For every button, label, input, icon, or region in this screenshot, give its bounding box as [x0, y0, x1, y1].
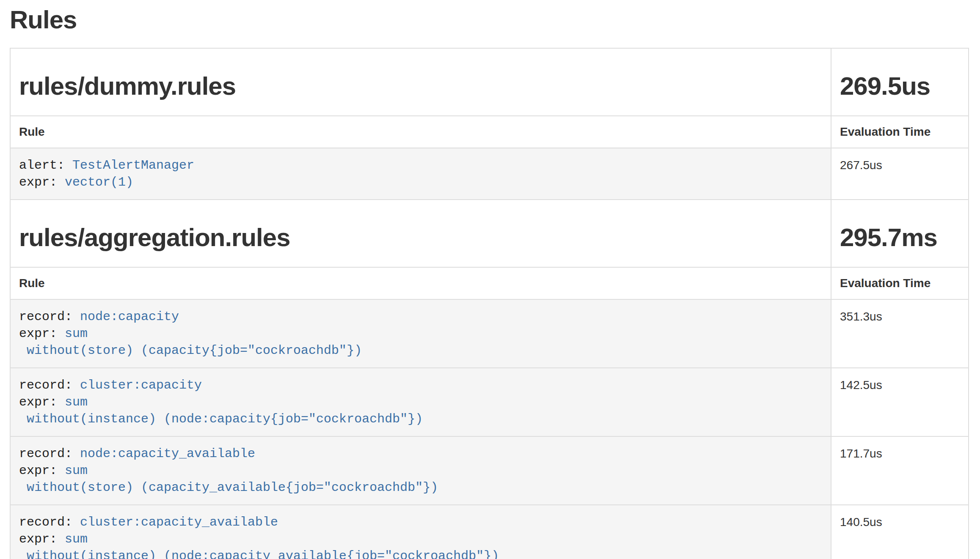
evaluation-time-column-header: Evaluation Time [831, 267, 969, 299]
rule-keyword-label: record: [19, 515, 80, 529]
expr-keyword-label: expr: [19, 326, 65, 341]
rule-code-line: expr: sum [19, 531, 822, 548]
rule-code-line: expr: sum [19, 462, 822, 479]
rule-code-line: record: cluster:capacity_available [19, 514, 822, 531]
record-name-link[interactable]: node:capacity_available [80, 447, 255, 461]
expr-link[interactable]: sum [65, 532, 88, 546]
alert-name-link[interactable]: TestAlertManager [72, 158, 194, 173]
rule-code-line: without(store) (capacity_available{job="… [19, 479, 822, 496]
record-name-link[interactable]: cluster:capacity_available [80, 515, 278, 529]
expr-link[interactable]: sum [65, 463, 88, 478]
rule-code-line: record: node:capacity [19, 308, 822, 325]
expr-continuation-link[interactable]: without(instance) (node:capacity{job="co… [19, 412, 423, 426]
rule-column-header: Rule [10, 267, 831, 299]
expr-keyword-label: expr: [19, 395, 65, 409]
group-file-cell: rules/dummy.rules [10, 48, 831, 116]
rule-code-line: without(instance) (node:capacity_availab… [19, 548, 822, 559]
expr-keyword-label: expr: [19, 175, 65, 189]
rule-cell: record: cluster:capacity_available expr:… [10, 505, 831, 559]
rule-code-line: alert: TestAlertManager [19, 157, 822, 174]
expr-link[interactable]: vector(1) [65, 175, 133, 189]
group-evaluation-time: 295.7ms [840, 224, 960, 252]
expr-continuation-link[interactable]: without(store) (capacity{job="cockroachd… [19, 343, 362, 358]
rule-keyword-label: record: [19, 378, 80, 392]
evaluation-time-value: 142.5us [831, 368, 969, 436]
record-name-link[interactable]: node:capacity [80, 310, 179, 324]
rule-cell: alert: TestAlertManager expr: vector(1) [10, 148, 831, 200]
evaluation-time-value: 140.5us [831, 505, 969, 559]
rule-code-line: expr: sum [19, 325, 822, 342]
rule-code-line: record: node:capacity_available [19, 445, 822, 462]
rule-cell: record: node:capacity expr: sum without(… [10, 299, 831, 368]
rule-column-header: Rule [10, 116, 831, 148]
group-file-cell: rules/aggregation.rules [10, 200, 831, 267]
group-evaluation-time: 269.5us [840, 72, 960, 100]
record-name-link[interactable]: cluster:capacity [80, 378, 202, 392]
rule-keyword-label: record: [19, 447, 80, 461]
evaluation-time-value: 171.7us [831, 436, 969, 505]
rule-row: record: node:capacity expr: sum without(… [10, 299, 969, 368]
group-file-name: rules/aggregation.rules [19, 224, 822, 252]
rules-table: rules/dummy.rules 269.5us Rule Evaluatio… [10, 48, 969, 559]
group-time-cell: 295.7ms [831, 200, 969, 267]
expr-link[interactable]: sum [65, 326, 88, 341]
rule-code-line: expr: vector(1) [19, 174, 822, 191]
rule-code-line: record: cluster:capacity [19, 377, 822, 394]
rule-cell: record: node:capacity_available expr: su… [10, 436, 831, 505]
expr-continuation-link[interactable]: without(instance) (node:capacity_availab… [19, 549, 499, 559]
column-header-row: Rule Evaluation Time [10, 116, 969, 148]
page-title: Rules [10, 6, 969, 34]
expr-continuation-link[interactable]: without(store) (capacity_available{job="… [19, 480, 438, 495]
rule-cell: record: cluster:capacity expr: sum witho… [10, 368, 831, 436]
group-file-name: rules/dummy.rules [19, 72, 822, 100]
group-time-cell: 269.5us [831, 48, 969, 116]
evaluation-time-value: 267.5us [831, 148, 969, 200]
group-header-row: rules/dummy.rules 269.5us [10, 48, 969, 116]
column-header-row: Rule Evaluation Time [10, 267, 969, 299]
rule-row: record: cluster:capacity expr: sum witho… [10, 368, 969, 436]
rules-page: Rules rules/dummy.rules 269.5us Rule Eva… [0, 6, 980, 559]
evaluation-time-column-header: Evaluation Time [831, 116, 969, 148]
rule-keyword-label: alert: [19, 158, 72, 173]
rule-row: record: cluster:capacity_available expr:… [10, 505, 969, 559]
rule-code-line: without(store) (capacity{job="cockroachd… [19, 342, 822, 359]
evaluation-time-value: 351.3us [831, 299, 969, 368]
rule-row: record: node:capacity_available expr: su… [10, 436, 969, 505]
expr-keyword-label: expr: [19, 532, 65, 546]
rule-row: alert: TestAlertManager expr: vector(1) … [10, 148, 969, 200]
expr-link[interactable]: sum [65, 395, 88, 409]
rule-code-line: without(instance) (node:capacity{job="co… [19, 411, 822, 427]
group-header-row: rules/aggregation.rules 295.7ms [10, 200, 969, 267]
expr-keyword-label: expr: [19, 463, 65, 478]
rule-keyword-label: record: [19, 310, 80, 324]
rule-code-line: expr: sum [19, 394, 822, 411]
